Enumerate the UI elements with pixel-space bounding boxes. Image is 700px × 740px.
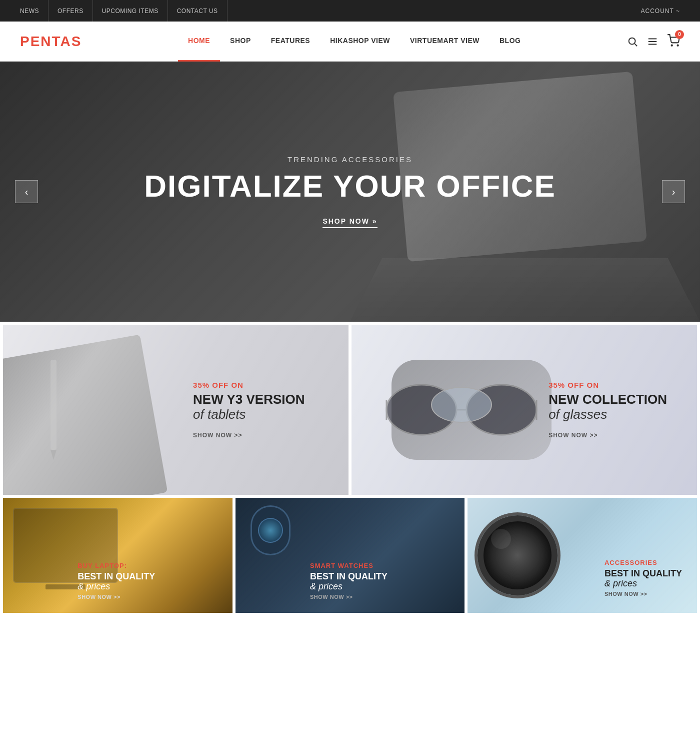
laptop-show-link[interactable]: SHOW NOW >> <box>78 594 120 600</box>
nav-virtuemart[interactable]: VIRTUEMART VIEW <box>400 22 490 62</box>
accessories-promo-content: ACCESSORIES BEST IN QUALITY & prices SHO… <box>604 559 682 598</box>
banner-laptop[interactable]: BUY LAPTOP: BEST IN QUALITY & prices SHO… <box>3 498 232 613</box>
nav-blog[interactable]: BLOG <box>490 22 530 62</box>
hero-content: TRENDING ACCESSORIES DIGITALIZE YOUR OFF… <box>144 155 556 228</box>
watch-deco <box>250 505 290 555</box>
banner-glasses[interactable]: 35% OFF ON NEW COLLECTION of glasses SHO… <box>352 325 697 495</box>
laptop-title-sub: & prices <box>78 581 158 592</box>
tablet-visual-deco <box>3 335 168 495</box>
nav-news[interactable]: NEWS <box>20 0 48 22</box>
watch-show-link[interactable]: SHOW NOW >> <box>310 594 353 600</box>
account-label: ACCOUNT ~ <box>641 8 680 15</box>
glasses-title-main: NEW COLLECTION <box>548 392 667 407</box>
glasses-deco <box>382 365 542 455</box>
main-nav: HOME SHOP FEATURES HIKASHOP VIEW VIRTUEM… <box>178 22 530 62</box>
watch-promo-content: SMART WATCHES BEST IN QUALITY & prices S… <box>310 562 390 601</box>
laptop-title-main: BEST IN QUALITY <box>78 571 158 582</box>
glasses-off-label: 35% OFF ON <box>548 381 667 389</box>
search-button[interactable] <box>627 36 638 47</box>
tablets-title-sub: of tablets <box>193 406 304 422</box>
glasses-promo-content: 35% OFF ON NEW COLLECTION of glasses SHO… <box>548 381 667 439</box>
watch-face-deco <box>258 518 283 543</box>
nav-hikashop[interactable]: HIKASHOP VIEW <box>320 22 400 62</box>
glasses-title-sub: of glasses <box>548 406 667 422</box>
tablets-title-main: NEW Y3 VERSION <box>193 392 304 407</box>
banner-tablets[interactable]: 35% OFF ON NEW Y3 VERSION of tablets SHO… <box>3 325 348 495</box>
slider-next-button[interactable]: › <box>662 180 685 203</box>
chevron-right-icon: › <box>672 186 676 198</box>
tablets-promo-content: 35% OFF ON NEW Y3 VERSION of tablets SHO… <box>193 381 304 439</box>
accessories-off-label: ACCESSORIES <box>604 559 682 566</box>
search-icon <box>627 36 638 47</box>
hero-title: DIGITALIZE YOUR OFFICE <box>144 170 556 202</box>
nav-shop[interactable]: SHOP <box>220 22 261 62</box>
laptop-promo-content: BUY LAPTOP: BEST IN QUALITY & prices SHO… <box>78 562 158 601</box>
accessories-show-link[interactable]: SHOW NOW >> <box>604 591 648 597</box>
slider-prev-button[interactable]: ‹ <box>15 180 38 203</box>
tablets-show-link[interactable]: SHOW NOW >> <box>193 431 242 438</box>
top-bar: NEWS OFFERS UPCOMING ITEMS CONTACT US AC… <box>0 0 700 22</box>
cart-badge: 0 <box>675 30 684 39</box>
nav-offers[interactable]: OFFERS <box>48 0 93 22</box>
svg-point-5 <box>672 45 672 46</box>
nav-features[interactable]: FEATURES <box>261 22 320 62</box>
cart-button[interactable]: 0 <box>667 34 680 49</box>
chevron-left-icon: ‹ <box>25 186 28 198</box>
accessories-title-sub: & prices <box>604 578 682 589</box>
stylus-deco <box>33 355 73 465</box>
glasses-show-link[interactable]: SHOW NOW >> <box>548 431 598 438</box>
logo-text-pent: PENT <box>20 34 60 49</box>
header: PENTAS HOME SHOP FEATURES HIKASHOP VIEW … <box>0 22 700 62</box>
svg-marker-8 <box>50 450 56 460</box>
logo[interactable]: PENTAS <box>20 34 82 50</box>
menu-button[interactable] <box>647 36 658 47</box>
header-icons: 0 <box>627 34 680 49</box>
watch-title-sub: & prices <box>310 581 390 592</box>
svg-point-0 <box>629 38 636 44</box>
svg-point-14 <box>432 387 492 422</box>
promo-row-2: BUY LAPTOP: BEST IN QUALITY & prices SHO… <box>0 495 700 616</box>
tablets-off-label: 35% OFF ON <box>193 381 304 389</box>
hero-cta-button[interactable]: SHOP NOW » <box>322 217 377 228</box>
watch-title-main: BEST IN QUALITY <box>310 571 390 582</box>
watch-off-label: SMART WATCHES <box>310 562 390 569</box>
hero-slider: TRENDING ACCESSORIES DIGITALIZE YOUR OFF… <box>0 62 700 322</box>
accessories-title-main: BEST IN QUALITY <box>604 568 682 579</box>
logo-text-as: AS <box>60 34 82 49</box>
laptop-off-label: BUY LAPTOP: <box>78 562 158 569</box>
nav-upcoming[interactable]: UPCOMING ITEMS <box>93 0 168 22</box>
nav-contact[interactable]: CONTACT US <box>168 0 228 22</box>
menu-icon <box>647 36 658 47</box>
lens-deco <box>478 515 558 595</box>
svg-line-1 <box>634 44 637 46</box>
svg-rect-7 <box>50 360 56 450</box>
svg-point-6 <box>678 45 678 46</box>
banner-watch[interactable]: SMART WATCHES BEST IN QUALITY & prices S… <box>236 498 465 613</box>
promo-row-1: 35% OFF ON NEW Y3 VERSION of tablets SHO… <box>0 322 700 495</box>
nav-home[interactable]: HOME <box>178 22 220 62</box>
account-menu[interactable]: ACCOUNT ~ <box>641 8 680 15</box>
banner-accessories[interactable]: ACCESSORIES BEST IN QUALITY & prices SHO… <box>468 498 697 613</box>
hero-subtitle: TRENDING ACCESSORIES <box>144 155 556 164</box>
top-bar-links: NEWS OFFERS UPCOMING ITEMS CONTACT US <box>20 0 228 22</box>
